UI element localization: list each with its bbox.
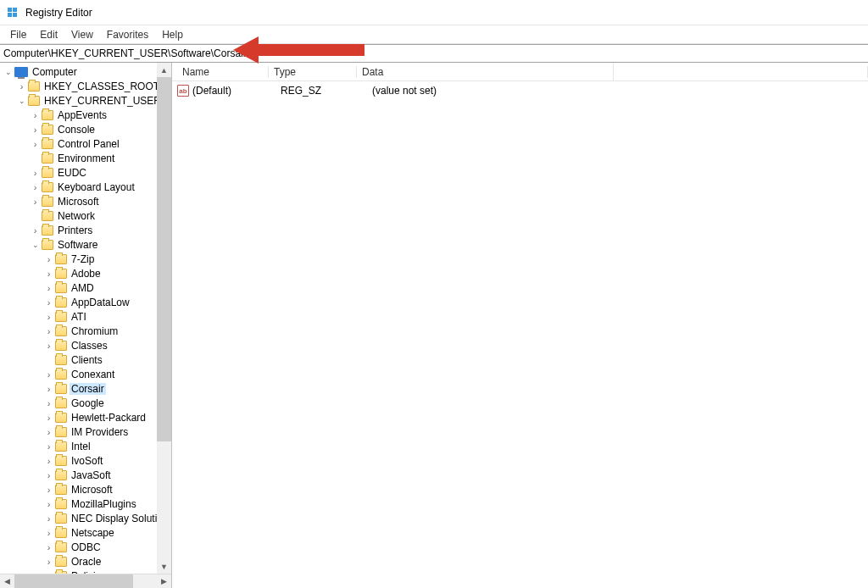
scroll-left-icon[interactable]: ◀ bbox=[0, 574, 14, 589]
vertical-scrollbar[interactable]: ▲ ▼ bbox=[157, 63, 171, 574]
menu-file[interactable]: File bbox=[3, 27, 33, 42]
tree-item[interactable]: ›MozillaPlugins bbox=[0, 496, 171, 511]
expander-icon[interactable]: › bbox=[31, 225, 40, 235]
expander-icon[interactable]: › bbox=[44, 369, 53, 379]
svg-rect-1 bbox=[13, 8, 17, 12]
menu-view[interactable]: View bbox=[64, 27, 100, 42]
list-row[interactable]: ab (Default) REG_SZ (value not set) bbox=[177, 83, 863, 98]
tree-item[interactable]: ⌄HKEY_CURRENT_USER bbox=[0, 93, 171, 108]
tree-item[interactable]: ›ATI bbox=[0, 309, 171, 324]
tree-item[interactable]: ›Conexant bbox=[0, 367, 171, 381]
folder-icon bbox=[55, 369, 67, 380]
tree-item[interactable]: ›Oracle bbox=[0, 554, 171, 569]
expander-icon[interactable] bbox=[44, 355, 53, 364]
address-input[interactable] bbox=[3, 47, 865, 59]
hscroll-track[interactable] bbox=[14, 574, 157, 589]
expander-icon[interactable]: › bbox=[31, 139, 40, 148]
tree-item[interactable]: ›IM Providers bbox=[0, 424, 171, 439]
expander-icon[interactable]: › bbox=[44, 384, 53, 393]
expander-icon[interactable]: › bbox=[31, 197, 40, 206]
menu-favorites[interactable]: Favorites bbox=[100, 27, 155, 42]
expander-icon[interactable]: › bbox=[44, 470, 53, 480]
menu-edit[interactable]: Edit bbox=[33, 27, 64, 42]
scroll-up-icon[interactable]: ▲ bbox=[157, 63, 171, 77]
expander-icon[interactable]: › bbox=[44, 542, 53, 552]
expander-icon[interactable]: › bbox=[44, 485, 53, 494]
tree-item[interactable]: ›EUDC bbox=[0, 165, 171, 180]
tree-item[interactable]: ›ODBC bbox=[0, 540, 171, 554]
tree-item[interactable]: ›Intel bbox=[0, 439, 171, 453]
tree-item[interactable]: ›IvoSoft bbox=[0, 453, 171, 468]
scroll-down-icon[interactable]: ▼ bbox=[157, 559, 171, 574]
expander-icon[interactable]: › bbox=[44, 398, 53, 408]
expander-icon[interactable]: › bbox=[44, 528, 53, 537]
expander-icon[interactable]: › bbox=[44, 557, 53, 566]
tree-item[interactable]: ›Google bbox=[0, 396, 171, 410]
tree-item[interactable]: ›Chromium bbox=[0, 324, 171, 338]
expander-icon[interactable]: › bbox=[31, 125, 40, 134]
expander-icon[interactable]: ⌄ bbox=[17, 96, 26, 105]
vscroll-thumb[interactable] bbox=[157, 77, 171, 441]
tree-item[interactable]: ›AppEvents bbox=[0, 108, 171, 122]
col-data[interactable]: Data bbox=[357, 66, 868, 78]
tree-root[interactable]: ⌄ Computer bbox=[0, 64, 171, 79]
tree-item[interactable]: ›Keyboard Layout bbox=[0, 180, 171, 194]
tree-item[interactable]: ›Corsair bbox=[0, 381, 171, 396]
expander-icon[interactable]: › bbox=[44, 341, 53, 350]
folder-icon bbox=[55, 413, 67, 423]
col-type[interactable]: Type bbox=[269, 66, 357, 78]
scroll-right-icon[interactable]: ▶ bbox=[157, 574, 171, 589]
expander-icon[interactable]: › bbox=[44, 499, 53, 508]
tree-item[interactable]: ›NEC Display Solution bbox=[0, 511, 171, 525]
tree-item[interactable]: ›Adobe bbox=[0, 266, 171, 280]
tree-item[interactable]: ›AMD bbox=[0, 280, 171, 295]
expander-icon[interactable]: › bbox=[44, 297, 53, 307]
tree-item[interactable]: Network bbox=[0, 208, 171, 223]
expander-icon[interactable] bbox=[31, 211, 40, 220]
expander-icon[interactable]: › bbox=[44, 427, 53, 436]
vscroll-track[interactable] bbox=[157, 77, 171, 559]
tree-item[interactable]: ›JavaSoft bbox=[0, 468, 171, 482]
expander-icon[interactable]: › bbox=[44, 283, 53, 292]
expander-icon[interactable]: › bbox=[31, 168, 40, 177]
expander-icon[interactable]: › bbox=[17, 81, 26, 91]
folder-icon bbox=[55, 513, 67, 524]
tree-item[interactable]: ›HKEY_CLASSES_ROOT bbox=[0, 79, 171, 93]
expander-icon[interactable]: › bbox=[31, 182, 40, 191]
tree-item[interactable]: ›Classes bbox=[0, 338, 171, 352]
tree-item[interactable]: ›7-Zip bbox=[0, 252, 171, 266]
tree-item[interactable]: ›Microsoft bbox=[0, 482, 171, 496]
expander-icon[interactable]: › bbox=[44, 441, 53, 451]
tree-item[interactable]: Environment bbox=[0, 151, 171, 165]
expander-icon[interactable]: › bbox=[44, 254, 53, 263]
expander-icon[interactable]: ⌄ bbox=[31, 240, 40, 249]
expander-icon[interactable]: › bbox=[44, 312, 53, 321]
expander-icon[interactable]: › bbox=[44, 456, 53, 465]
expander-icon[interactable]: › bbox=[44, 413, 53, 422]
tree-item[interactable]: ›Printers bbox=[0, 223, 171, 237]
tree-item[interactable]: ›Console bbox=[0, 122, 171, 136]
tree-label: IvoSoft bbox=[70, 455, 104, 467]
expander-icon[interactable] bbox=[31, 153, 40, 163]
addressbar[interactable] bbox=[0, 44, 868, 63]
col-name[interactable]: Name bbox=[177, 66, 269, 78]
horizontal-scrollbar[interactable]: ◀ ▶ bbox=[0, 574, 171, 588]
tree-item[interactable]: ›Hewlett-Packard bbox=[0, 410, 171, 424]
tree-item[interactable]: ›Microsoft bbox=[0, 194, 171, 208]
tree-item[interactable]: ›Policies bbox=[0, 569, 171, 574]
expander-icon[interactable]: › bbox=[44, 326, 53, 336]
expander-icon[interactable]: › bbox=[31, 110, 40, 119]
folder-icon bbox=[42, 125, 53, 135]
tree-item[interactable]: Clients bbox=[0, 352, 171, 367]
tree-label: Chromium bbox=[70, 325, 120, 337]
expander-icon[interactable]: › bbox=[44, 269, 53, 278]
expander-icon[interactable]: › bbox=[44, 513, 53, 523]
tree-item[interactable]: ›Netscape bbox=[0, 525, 171, 540]
tree-item[interactable]: ⌄Software bbox=[0, 237, 171, 252]
tree-scroll[interactable]: ⌄ Computer ›HKEY_CLASSES_ROOT⌄HKEY_CURRE… bbox=[0, 63, 171, 574]
expander-icon[interactable]: ⌄ bbox=[3, 67, 13, 76]
tree-item[interactable]: ›Control Panel bbox=[0, 136, 171, 151]
tree-item[interactable]: ›AppDataLow bbox=[0, 295, 171, 309]
menu-help[interactable]: Help bbox=[155, 27, 190, 42]
hscroll-thumb[interactable] bbox=[14, 574, 133, 589]
